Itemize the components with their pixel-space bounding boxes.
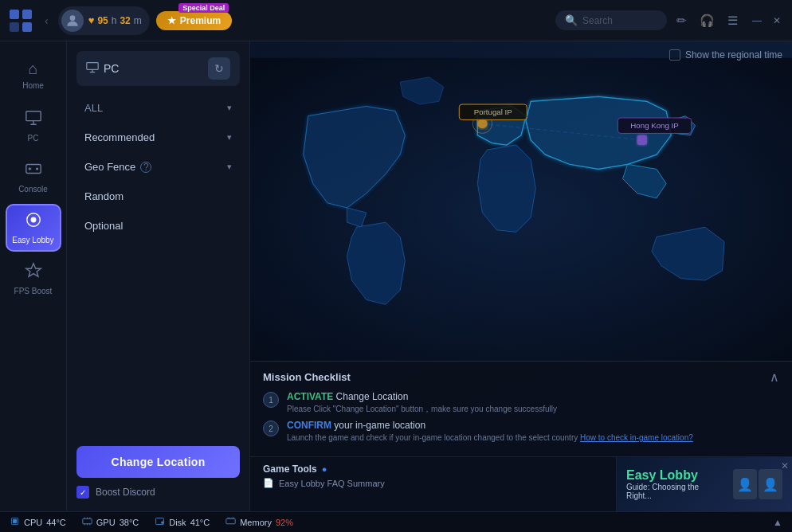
game-tools-header: Game Tools ●: [263, 464, 603, 475]
change-location-button[interactable]: Change Location: [76, 446, 240, 478]
filter-geo-fence[interactable]: Geo Fence ? ▾: [76, 155, 240, 179]
easy-lobby-card-sub: Guide: Choosing the Right...: [626, 483, 725, 500]
mission-header: Mission Checklist ∧: [263, 370, 779, 385]
gpu-label: GPU: [96, 518, 116, 527]
premium-button[interactable]: Special Deal ★ Premium: [156, 11, 232, 30]
cpu-value: 44°C: [46, 518, 66, 527]
sidebar: ⌂ Home PC Console: [0, 41, 67, 511]
sidebar-label-home: Home: [22, 81, 44, 90]
map-container: Portugal IP Hong Kong IP: [250, 41, 792, 384]
filter-all[interactable]: ALL ▾: [76, 96, 240, 120]
game-tools-info-icon[interactable]: ●: [322, 464, 327, 474]
headset-icon[interactable]: 🎧: [696, 10, 718, 31]
minimize-button[interactable]: —: [747, 12, 767, 29]
app-logo: [6, 6, 35, 35]
topbar-right: 🔍 Search ✏ 🎧 ☰ — ✕: [555, 10, 786, 31]
check-location-link[interactable]: How to check in-game location?: [580, 433, 693, 442]
easy-lobby-card-text: Easy Lobby Guide: Choosing the Right...: [626, 468, 725, 500]
search-icon: 🔍: [565, 14, 578, 26]
console-icon: [25, 160, 42, 182]
svg-text:Portugal IP: Portugal IP: [474, 108, 512, 116]
boost-discord-checkbox[interactable]: ✓: [76, 486, 89, 499]
easy-lobby-card: Easy Lobby Guide: Choosing the Right... …: [617, 457, 792, 511]
svg-text:Hong Kong IP: Hong Kong IP: [630, 121, 678, 130]
filter-recommended-label: Recommended: [84, 131, 155, 143]
bottom-panel: Mission Checklist ∧ 1 ACTIVATE Change Lo…: [250, 361, 792, 511]
panel-title: PC: [104, 62, 119, 75]
game-tools-item[interactable]: 📄 Easy Lobby FAQ Summary: [263, 478, 603, 488]
premium-star-icon: ★: [167, 15, 176, 26]
home-icon: ⌂: [28, 60, 37, 78]
panel-pc-icon: [86, 61, 99, 76]
step-desc-2: Launch the game and check if your in-gam…: [287, 432, 779, 444]
sidebar-label-console: Console: [18, 185, 48, 194]
svg-point-7: [36, 168, 37, 170]
sidebar-item-fps-boost[interactable]: FPS Boost: [6, 255, 61, 303]
back-arrow[interactable]: ‹: [41, 11, 52, 30]
gpu-value: 38°C: [120, 518, 139, 527]
premium-label: Premium: [180, 15, 221, 26]
avatar: [61, 10, 84, 32]
statusbar-up-arrow[interactable]: ▲: [773, 517, 782, 528]
step-action-1-text: Change Location: [336, 391, 409, 402]
search-box[interactable]: 🔍 Search: [555, 10, 667, 30]
step-desc-1: Please Click "Change Location" button，ma…: [287, 404, 779, 415]
sidebar-item-home[interactable]: ⌂ Home: [6, 51, 61, 99]
xp-unit: h: [112, 15, 117, 26]
memory-label: Memory: [240, 518, 272, 527]
player-avatar-2: 👤: [759, 469, 782, 499]
svg-rect-2: [10, 22, 19, 32]
sidebar-item-easy-lobby[interactable]: Easy Lobby: [6, 204, 61, 252]
filter-optional[interactable]: Optional: [76, 213, 240, 238]
regional-time-label: Show the regional time: [685, 49, 782, 61]
heart-icon: ♥: [88, 14, 95, 26]
user-profile[interactable]: ♥ 95 h 32 m: [58, 6, 150, 35]
svg-point-24: [162, 522, 163, 523]
sidebar-item-pc[interactable]: PC: [6, 102, 61, 150]
regional-time-checkbox[interactable]: [669, 49, 680, 61]
geo-fence-help-icon[interactable]: ?: [140, 162, 151, 173]
svg-rect-0: [10, 10, 19, 19]
player-avatar-1: 👤: [733, 469, 757, 499]
svg-point-4: [69, 15, 75, 21]
game-tools-title: Game Tools: [263, 464, 317, 475]
sidebar-label-fps-boost: FPS Boost: [14, 287, 53, 295]
mission-step-2: 2 CONFIRM your in-game location Launch t…: [263, 420, 779, 444]
boost-discord-row[interactable]: ✓ Boost Discord: [76, 483, 240, 502]
show-regional-time[interactable]: Show the regional time: [669, 49, 782, 61]
filter-recommended[interactable]: Recommended ▾: [76, 125, 240, 150]
filter-all-arrow: ▾: [227, 103, 232, 113]
panel-header-left: PC: [86, 61, 119, 76]
filter-random[interactable]: Random: [76, 184, 240, 209]
refresh-button[interactable]: ↻: [208, 57, 230, 80]
disk-icon: [155, 516, 165, 528]
easy-lobby-icon: [25, 211, 42, 233]
svg-rect-16: [637, 135, 647, 145]
edit-icon[interactable]: ✏: [673, 10, 690, 31]
cpu-icon: [10, 516, 20, 528]
filter-geo-fence-arrow: ▾: [227, 162, 232, 172]
step-desc-2-text: Launch the game and check if your in-gam…: [287, 433, 578, 442]
xp-value: 95: [97, 15, 108, 26]
svg-rect-25: [226, 518, 235, 524]
menu-icon[interactable]: ☰: [724, 10, 741, 31]
svg-rect-1: [22, 10, 32, 19]
activate-badge: ACTIVATE: [287, 391, 333, 402]
close-card-button[interactable]: ✕: [781, 460, 789, 471]
step-action-2-text: your in-game location: [334, 420, 425, 431]
sidebar-item-console[interactable]: Console: [6, 153, 61, 201]
status-bar: CPU 44°C GPU 38°C Disk 41°C Memory 92% ▲: [0, 511, 792, 532]
step-line1-2: CONFIRM your in-game location: [287, 420, 779, 431]
mission-title: Mission Checklist: [263, 371, 351, 383]
cpu-label: CPU: [24, 518, 42, 527]
world-map-svg: Portugal IP Hong Kong IP: [250, 41, 792, 384]
game-tools-row: Game Tools ● 📄 Easy Lobby FAQ Summary Ea…: [250, 457, 792, 511]
game-tools-item-label: Easy Lobby FAQ Summary: [279, 479, 385, 488]
svg-rect-22: [83, 518, 92, 524]
close-button[interactable]: ✕: [768, 12, 786, 29]
gpu-status: GPU 38°C: [82, 516, 139, 528]
collapse-button[interactable]: ∧: [770, 370, 779, 385]
main-area: ⌂ Home PC Console: [0, 41, 792, 511]
easy-lobby-promo-card[interactable]: Easy Lobby Guide: Choosing the Right... …: [617, 457, 792, 511]
cpu-status: CPU 44°C: [10, 516, 66, 528]
